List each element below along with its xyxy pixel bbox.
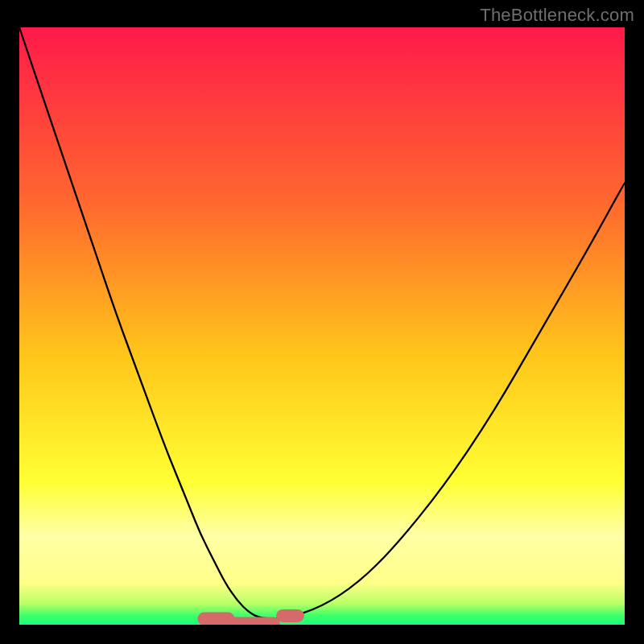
gradient-background bbox=[19, 27, 625, 625]
plot-area-wrapper bbox=[19, 27, 625, 625]
bottleneck-chart bbox=[19, 27, 625, 625]
watermark-text: TheBottleneck.com bbox=[480, 5, 634, 26]
chart-stage: TheBottleneck.com bbox=[0, 0, 644, 644]
